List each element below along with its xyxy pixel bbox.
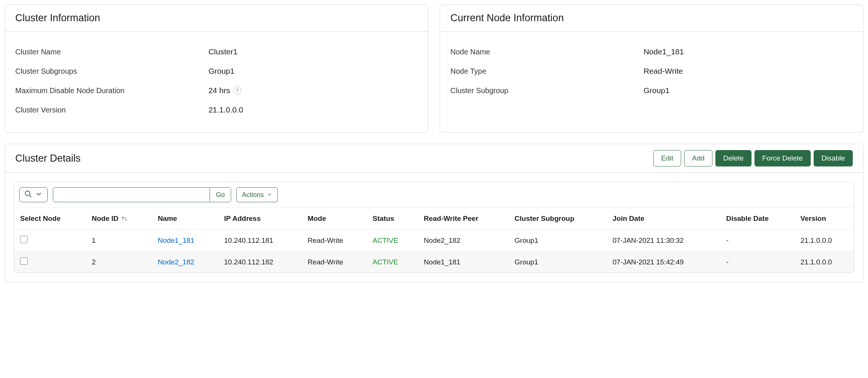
subgroup-cell: Group1 xyxy=(509,230,607,251)
edit-button[interactable]: Edit xyxy=(653,150,681,166)
subgroup-cell-text: Group1 xyxy=(515,236,538,244)
peer-cell-text: Node1_181 xyxy=(424,258,460,266)
info-row: Cluster NameCluster1 xyxy=(15,42,418,61)
row-select-checkbox[interactable] xyxy=(20,257,28,265)
peer-cell-text: Node2_182 xyxy=(424,236,460,244)
column-header[interactable]: Cluster Subgroup xyxy=(509,208,607,230)
info-label: Maximum Disable Node Duration xyxy=(15,86,208,95)
status-cell: ACTIVE xyxy=(367,230,418,251)
version-cell: 21.1.0.0.0 xyxy=(795,251,854,273)
join-date-cell-text: 07-JAN-2021 15:42:49 xyxy=(613,258,684,266)
disable-date-cell-text: - xyxy=(726,236,728,244)
column-header[interactable]: IP Address xyxy=(218,208,301,230)
status-badge: ACTIVE xyxy=(373,236,398,244)
svg-point-0 xyxy=(25,191,30,196)
subgroup-cell-text: Group1 xyxy=(515,258,538,266)
node-id-cell-text: 2 xyxy=(92,258,96,266)
ip-address-cell: 10.240.112.181 xyxy=(218,230,301,251)
actions-dropdown-label: Actions xyxy=(242,191,264,199)
table-row: 2Node2_18210.240.112.182Read-WriteACTIVE… xyxy=(14,251,854,273)
ip-address-cell: 10.240.112.182 xyxy=(218,251,301,273)
column-header-label: Join Date xyxy=(613,215,645,223)
info-value: Read-Write xyxy=(644,67,683,76)
node-id-cell: 2 xyxy=(86,251,151,273)
status-cell: ACTIVE xyxy=(367,251,418,273)
delete-button[interactable]: Delete xyxy=(715,150,751,166)
info-value-text: Cluster1 xyxy=(208,47,237,56)
mode-cell: Read-Write xyxy=(301,230,367,251)
column-header-label: Version xyxy=(801,215,826,223)
info-value: Group1 xyxy=(644,86,670,95)
info-label: Node Type xyxy=(450,67,644,76)
join-date-cell-text: 07-JAN-2021 11:30:32 xyxy=(613,236,684,244)
subgroup-cell: Group1 xyxy=(509,251,607,273)
chevron-down-icon xyxy=(35,190,43,200)
column-header-label: Disable Date xyxy=(726,215,769,223)
chevron-down-icon xyxy=(267,191,272,199)
search-input[interactable] xyxy=(53,188,210,202)
current-node-information-title: Current Node Information xyxy=(440,5,863,32)
help-icon[interactable]: ? xyxy=(233,86,241,95)
go-button[interactable]: Go xyxy=(210,188,231,202)
disable-button[interactable]: Disable xyxy=(814,150,853,166)
join-date-cell: 07-JAN-2021 15:42:49 xyxy=(607,251,720,273)
sort-ascending-icon xyxy=(121,215,128,222)
svg-line-1 xyxy=(29,195,32,197)
version-cell-text: 21.1.0.0.0 xyxy=(801,258,832,266)
info-label: Cluster Version xyxy=(15,106,208,114)
info-row: Node NameNode1_181 xyxy=(450,42,853,61)
column-header-label: IP Address xyxy=(224,215,261,223)
cluster-details-table: Select NodeNode IDNameIP AddressModeStat… xyxy=(14,207,854,273)
disable-date-cell: - xyxy=(720,230,795,251)
disable-date-cell-text: - xyxy=(726,258,728,266)
column-header[interactable]: Join Date xyxy=(607,208,720,230)
info-value-text: Group1 xyxy=(208,67,234,76)
column-header[interactable]: Version xyxy=(795,208,854,230)
cluster-information-card: Cluster Information Cluster NameCluster1… xyxy=(4,4,428,133)
info-row: Cluster SubgroupGroup1 xyxy=(450,81,853,100)
table-toolbar: Go Actions xyxy=(14,182,854,207)
search-scope-dropdown[interactable] xyxy=(19,187,48,202)
peer-cell: Node1_181 xyxy=(418,251,509,273)
column-header-label: Node ID xyxy=(92,215,118,223)
info-label: Node Name xyxy=(450,48,644,56)
mode-cell-text: Read-Write xyxy=(307,236,343,244)
column-header[interactable]: Read-Write Peer xyxy=(418,208,509,230)
mode-cell-text: Read-Write xyxy=(307,258,343,266)
info-value-text: 21.1.0.0.0 xyxy=(208,105,243,114)
column-header[interactable]: Disable Date xyxy=(720,208,795,230)
info-label: Cluster Subgroup xyxy=(450,86,644,95)
info-value: 24 hrs? xyxy=(208,86,241,95)
node-name-link: Node1_181 xyxy=(152,230,218,251)
column-header-label: Mode xyxy=(307,215,326,223)
table-row: 1Node1_18110.240.112.181Read-WriteACTIVE… xyxy=(14,230,854,251)
join-date-cell: 07-JAN-2021 11:30:32 xyxy=(607,230,720,251)
node-id-cell-text: 1 xyxy=(92,236,96,244)
version-cell-text: 21.1.0.0.0 xyxy=(801,236,832,244)
column-header-label: Status xyxy=(373,215,394,223)
column-header-label: Cluster Subgroup xyxy=(515,215,574,223)
info-value: 21.1.0.0.0 xyxy=(208,105,243,114)
actions-dropdown[interactable]: Actions xyxy=(236,187,278,202)
info-value: Group1 xyxy=(208,67,234,76)
node-link[interactable]: Node1_181 xyxy=(158,236,194,244)
force-delete-button[interactable]: Force Delete xyxy=(754,150,811,166)
column-header[interactable]: Name xyxy=(152,208,218,230)
column-header[interactable]: Node ID xyxy=(86,208,151,230)
node-name-link: Node2_182 xyxy=(152,251,218,273)
add-button[interactable]: Add xyxy=(684,150,712,166)
search-icon xyxy=(24,190,32,200)
row-select-checkbox[interactable] xyxy=(20,236,28,243)
node-link[interactable]: Node2_182 xyxy=(158,258,194,266)
current-node-information-card: Current Node Information Node NameNode1_… xyxy=(440,4,864,133)
info-label: Cluster Name xyxy=(15,48,208,56)
column-header-label: Read-Write Peer xyxy=(424,215,478,223)
column-header[interactable]: Select Node xyxy=(14,208,86,230)
cluster-information-title: Cluster Information xyxy=(5,5,428,32)
column-header[interactable]: Mode xyxy=(301,208,367,230)
column-header[interactable]: Status xyxy=(367,208,418,230)
cluster-details-actions: Edit Add Delete Force Delete Disable xyxy=(653,150,853,166)
info-value: Node1_181 xyxy=(644,47,684,56)
version-cell: 21.1.0.0.0 xyxy=(795,230,854,251)
info-row: Node TypeRead-Write xyxy=(450,61,853,81)
